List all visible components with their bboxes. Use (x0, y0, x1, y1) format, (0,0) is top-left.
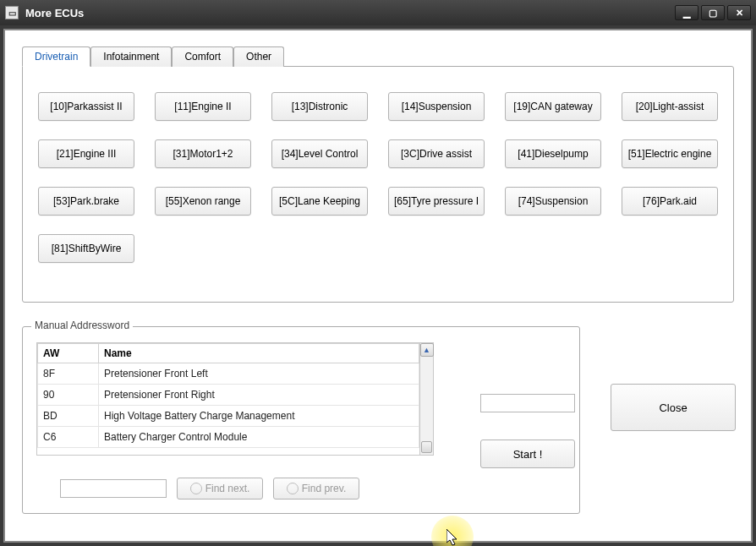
scroll-thumb[interactable] (421, 441, 432, 453)
cell-aw: 90 (38, 385, 99, 406)
ecu-grid: [10]Parkassist II [11]Engine II [13]Dist… (38, 92, 718, 263)
table-row[interactable]: C6 Battery Charger Control Module (38, 427, 419, 448)
close-window-button[interactable]: ✕ (727, 5, 751, 20)
col-aw[interactable]: AW (38, 344, 99, 363)
find-prev-label: Find prev. (302, 483, 346, 494)
ecu-button[interactable]: [20]Light-assist (622, 92, 718, 121)
tab-infotainment[interactable]: Infotainment (90, 46, 172, 67)
cursor-highlight (431, 516, 474, 546)
close-button[interactable]: Close (611, 384, 736, 431)
find-row: Find next. Find prev. (36, 478, 566, 500)
ecu-button[interactable]: [13]Distronic (271, 92, 368, 121)
find-next-button[interactable]: Find next. (177, 478, 263, 500)
titlebar[interactable]: ▭ More ECUs ▁ ▢ ✕ (0, 0, 756, 25)
scroll-up-icon[interactable]: ▲ (420, 343, 434, 357)
refresh-icon (190, 483, 202, 494)
side-column: Start ! (480, 394, 575, 468)
ecu-button[interactable]: [81]ShiftByWire (38, 234, 134, 263)
cell-aw: BD (38, 406, 99, 427)
table-row[interactable]: 90 Pretensioner Front Right (38, 385, 419, 406)
scrollbar[interactable]: ▲ (419, 343, 433, 455)
ecu-button[interactable]: [5C]Lane Keeping (271, 187, 368, 216)
col-name[interactable]: Name (99, 344, 419, 363)
ecu-button[interactable]: [55]Xenon range (155, 187, 251, 216)
scroll-track[interactable] (420, 357, 433, 455)
table-row[interactable]: BD High Voltage Battery Charge Managemen… (38, 406, 419, 427)
ecu-button[interactable]: [53]Park.brake (38, 187, 134, 216)
aw-table: AW Name 8F Pretensioner Front Left 90 (37, 343, 419, 448)
tab-row: Drivetrain Infotainment Comfort Other (22, 46, 734, 66)
tab-comfort[interactable]: Comfort (172, 46, 233, 67)
cell-name: Pretensioner Front Right (99, 385, 419, 406)
ecu-button[interactable]: [41]Dieselpump (505, 139, 601, 168)
legend: Manual Addressword (31, 319, 133, 331)
find-input[interactable] (60, 479, 167, 498)
tab-drivetrain[interactable]: Drivetrain (22, 46, 90, 67)
close-column: Close (611, 384, 736, 431)
window: ▭ More ECUs ▁ ▢ ✕ Drivetrain Infotainmen… (0, 0, 756, 546)
find-next-label: Find next. (205, 483, 250, 494)
ecu-button[interactable]: [65]Tyre pressure I (388, 187, 485, 216)
ecu-button[interactable]: [10]Parkassist II (38, 92, 134, 121)
ecu-button[interactable]: [14]Suspension (388, 92, 485, 121)
ecu-button[interactable]: [31]Motor1+2 (155, 139, 251, 168)
minimize-button[interactable]: ▁ (675, 5, 698, 20)
cursor-icon (446, 529, 462, 546)
cell-aw: 8F (38, 363, 99, 385)
cell-name: High Voltage Battery Charge Management (99, 406, 419, 427)
ecu-button[interactable]: [21]Engine III (38, 139, 134, 168)
aw-table-wrap: AW Name 8F Pretensioner Front Left 90 (36, 342, 434, 456)
maximize-button[interactable]: ▢ (701, 5, 725, 20)
ecu-button[interactable]: [11]Engine II (155, 92, 251, 121)
window-title: More ECUs (25, 7, 84, 19)
client-area: Drivetrain Infotainment Comfort Other [1… (3, 29, 753, 543)
tab-other[interactable]: Other (233, 46, 284, 67)
start-button[interactable]: Start ! (480, 440, 575, 468)
table-row[interactable]: 8F Pretensioner Front Left (38, 363, 419, 385)
ecu-button[interactable]: [74]Suspension (505, 187, 601, 216)
addressword-input[interactable] (480, 394, 575, 412)
ecu-button[interactable]: [3C]Drive assist (388, 139, 485, 168)
ecu-button[interactable]: [51]Electric engine (622, 139, 718, 168)
refresh-icon (287, 483, 299, 494)
cell-aw: C6 (38, 427, 99, 448)
cell-name: Pretensioner Front Left (99, 363, 419, 385)
tab-panel: [10]Parkassist II [11]Engine II [13]Dist… (22, 66, 734, 303)
ecu-button[interactable]: [34]Level Control (271, 139, 368, 168)
ecu-button[interactable]: [19]CAN gateway (505, 92, 601, 121)
cell-name: Battery Charger Control Module (99, 427, 419, 448)
app-icon: ▭ (5, 6, 19, 19)
find-prev-button[interactable]: Find prev. (273, 478, 359, 500)
ecu-button[interactable]: [76]Park.aid (622, 187, 718, 216)
